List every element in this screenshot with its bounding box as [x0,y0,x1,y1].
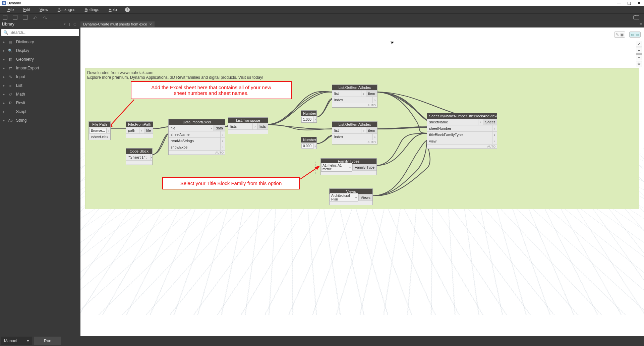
menu-help[interactable]: Help [104,7,122,12]
node-views[interactable]: Views Architectural Plan Views [329,188,373,205]
code-text[interactable]: "Sheet1"; [126,155,150,160]
number-value[interactable]: 1.000 [301,117,313,122]
input-index[interactable]: index [332,98,372,102]
expand-caret-icon: ▶ [3,119,5,122]
input-lists[interactable]: lists [228,124,252,128]
input-port-label[interactable]: path [126,128,139,132]
zoom-in-button[interactable]: + [636,48,642,54]
minimize-button[interactable]: — [614,1,624,5]
input-readasstrings[interactable]: readAsStrings [169,139,220,143]
output-port[interactable]: › [150,154,152,160]
node-family-types[interactable]: Family Types A1 metric:A1 metric Family … [320,158,377,175]
input-showexcel[interactable]: showExcel [169,145,220,149]
output-port-label[interactable]: file [144,127,153,133]
graph-canvas[interactable]: Downloaded from www.mahelak.com Explore … [80,27,644,336]
menu-file[interactable]: File [3,7,18,12]
annotation-titleblock: Select your Title Block Family from this… [162,177,300,189]
library-category[interactable]: ▶⇄ImportExport [0,64,80,72]
tab-close-icon[interactable]: ✕ [149,22,152,26]
canvas-menu-icon[interactable]: ≡ [640,22,642,26]
save-icon[interactable] [23,15,27,20]
output-sheet[interactable]: Sheet [483,119,497,125]
screenshot-icon[interactable] [633,15,639,19]
cube-icon: ▣ [620,33,624,37]
view-toggle-graph[interactable]: ▭ ▭ [629,32,641,38]
output-port[interactable]: › [313,116,316,122]
fit-view-button[interactable]: ⤢ [636,41,642,47]
node-sheet-create[interactable]: Sheet.ByNameNumberTitleBlockAndView shee… [427,113,497,149]
input-view[interactable]: view [427,139,492,143]
search-input[interactable] [10,30,77,35]
workspace-tab-label: Dynamo-Create mulit sheets from exce [83,22,147,26]
node-getitematindex-1[interactable]: List.GetItemAtIndex list›item index› AUT… [332,84,377,108]
node-number-0[interactable]: Number 0.000› [301,137,317,149]
redo-icon[interactable]: ↷ [43,15,48,20]
views-dropdown[interactable]: Architectural Plan [330,193,358,202]
library-category[interactable]: ▶≡List [0,81,80,90]
lacing-label: AUTO [332,103,377,107]
menu-view[interactable]: View [35,7,53,12]
run-button[interactable]: Run [34,337,61,345]
node-number-1[interactable]: Number 1.000› [301,110,317,123]
menu-packages[interactable]: Packages [53,7,80,12]
input-sheetname[interactable]: sheetName [169,132,220,136]
library-category[interactable]: ▶▤Dictionary [0,38,80,46]
library-category[interactable]: ▶AbString [0,116,80,125]
expand-caret-icon: ▶ [3,93,5,96]
input-sheetnumber[interactable]: sheetNumber [427,126,492,130]
output-family-type[interactable]: Family Type [352,164,376,170]
node-import-excel[interactable]: Data.ImportExcel file›data sheetName› re… [168,119,225,155]
menu-settings[interactable]: Settings [80,7,104,12]
library-header-icons[interactable]: | ▾ | ▢ [60,22,78,26]
maximize-button[interactable]: ▢ [624,1,634,5]
input-sheetname[interactable]: sheetName [427,120,478,124]
input-list[interactable]: list [332,128,361,132]
output-data[interactable]: data [214,125,225,131]
input-index[interactable]: index [332,135,372,139]
output-lists[interactable]: lists [257,123,268,129]
output-views[interactable]: Views [358,194,372,200]
library-category[interactable]: ▶◧Geometry [0,55,80,64]
close-button[interactable]: ✕ [634,1,644,5]
node-code-block[interactable]: Code Block "Sheet1"; › [126,148,153,165]
open-file-icon[interactable] [13,15,17,20]
menu-edit[interactable]: Edit [18,7,35,12]
node-getitematindex-2[interactable]: List.GetItemAtIndex list›item index› AUT… [332,121,377,145]
library-category[interactable]: ▶x²Math [0,90,80,99]
expand-caret-icon: ▶ [3,67,5,70]
mouse-cursor-icon: ➤ [390,39,395,45]
library-category[interactable]: ▶🔍Display [0,46,80,55]
library-category[interactable]: ▶Script [0,107,80,116]
input-titleblock[interactable]: titleBlockFamilyType [427,133,492,137]
family-type-dropdown[interactable]: A1 metric:A1 metric [321,163,352,172]
input-list[interactable]: list [332,92,361,96]
node-list-transpose[interactable]: List.Transpose lists›lists [228,117,268,134]
workspace-tab[interactable]: Dynamo-Create mulit sheets from exce ✕ [80,21,155,27]
zoom-out-button[interactable]: − [636,54,642,60]
new-file-icon[interactable] [3,15,7,20]
category-icon: ≡ [8,83,13,88]
port-caret: › [139,127,144,133]
number-value[interactable]: 0.000 [301,143,313,149]
category-icon: Ab [8,118,13,122]
expand-caret-icon: ▶ [3,110,5,113]
category-label: Math [16,92,25,97]
output-port[interactable]: › [107,127,110,133]
library-category[interactable]: ▶✎Input [0,72,80,81]
undo-icon[interactable]: ↶ [33,15,38,20]
run-mode-dropdown[interactable]: Manual▼ [1,337,32,345]
pan-button[interactable]: ✥ [636,61,642,67]
node-file-from-path[interactable]: File.FromPath path › file [126,121,153,138]
node-title: File Path [89,122,110,127]
library-search[interactable]: 🔍 [1,29,79,36]
view-toggle-geometry[interactable]: ✎ ▣ [614,32,625,38]
output-item[interactable]: item [366,91,377,97]
library-category[interactable]: ▶RRevit [0,99,80,107]
browse-button[interactable]: Browse... [89,128,107,133]
node-file-path[interactable]: File Path Browse... › \sheet.xlsx [89,121,111,140]
output-item[interactable]: item [366,127,377,133]
info-icon[interactable]: ! [125,7,130,12]
node-title: Number [301,137,316,142]
output-port[interactable]: › [313,143,316,149]
input-file[interactable]: file [169,126,209,130]
